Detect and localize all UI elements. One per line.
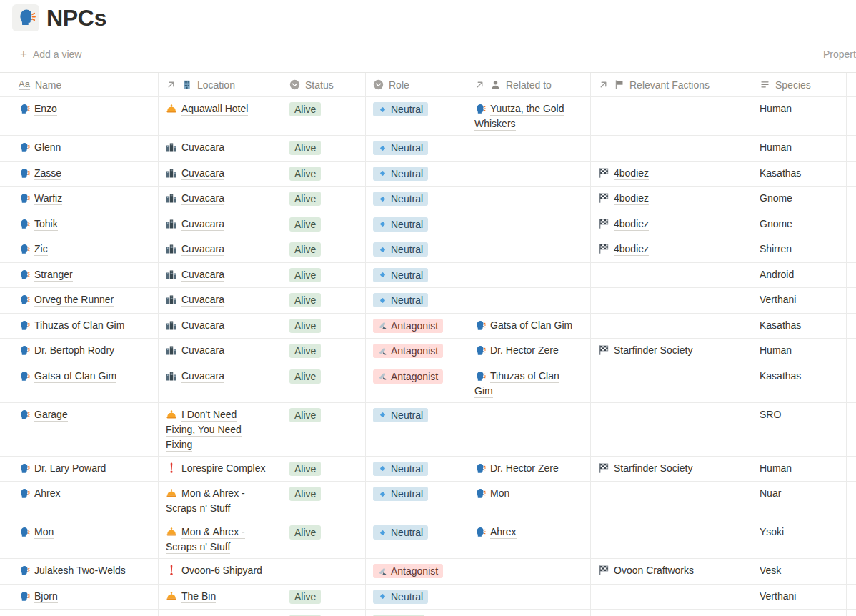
location-link[interactable]: The Bin	[181, 590, 216, 603]
page-link[interactable]: Glenn	[34, 141, 61, 154]
role-pill-neutral[interactable]: Neutral	[373, 590, 428, 604]
cell-status[interactable]: Alive	[282, 364, 366, 402]
location-link[interactable]: Mon & Ahrex - Scraps n' Stuff	[166, 526, 245, 554]
location-link[interactable]: Mon & Ahrex - Scraps n' Stuff	[166, 487, 245, 515]
cell-location[interactable]: Cuvacara	[159, 212, 282, 237]
cell-status[interactable]: Alive	[282, 162, 366, 187]
column-header-relevant-factions[interactable]: Relevant Factions	[591, 73, 752, 96]
cell-location[interactable]: Lorespire Complex	[159, 457, 282, 482]
role-pill-antagonist[interactable]: Antagonist	[373, 564, 443, 578]
cell-status[interactable]: Alive	[282, 187, 366, 212]
role-pill-antagonist[interactable]: Antagonist	[373, 369, 443, 384]
cell-name[interactable]: Warfiz	[0, 187, 159, 212]
cell-species[interactable]: Shirren	[752, 237, 847, 262]
cell-related-to[interactable]	[467, 288, 591, 313]
cell-species[interactable]: SRO	[752, 403, 847, 456]
cell-location[interactable]: Mon & Ahrex - Scraps n' Stuff	[159, 482, 282, 520]
page-link[interactable]: Warfiz	[34, 192, 62, 205]
page-title[interactable]: NPCs	[46, 4, 106, 31]
cell-status[interactable]: Alive	[282, 212, 366, 237]
location-link[interactable]: Cuvacara	[181, 167, 224, 180]
cell-related-to[interactable]: Dr. Hector Zere	[467, 457, 591, 482]
cell-role[interactable]: Antagonist	[366, 559, 467, 584]
add-view-button[interactable]: + Add a view	[20, 49, 81, 60]
cell-status[interactable]: Alive	[282, 610, 366, 616]
cell-location[interactable]: Cuvacara	[159, 162, 282, 187]
cell-status[interactable]: Alive	[282, 237, 366, 262]
cell-name[interactable]: Zasse	[0, 162, 159, 187]
column-header-related-to[interactable]: Related to	[467, 73, 591, 96]
cell-species[interactable]: Vesk	[752, 559, 847, 584]
cell-role[interactable]: Neutral	[366, 482, 467, 520]
cell-status[interactable]: Alive	[282, 403, 366, 456]
page-link[interactable]: Julakesh Two-Welds	[34, 565, 126, 577]
location-link[interactable]: Cuvacara	[181, 218, 224, 231]
cell-role[interactable]: Antagonist	[366, 364, 467, 402]
status-pill-alive[interactable]: Alive	[289, 217, 321, 232]
role-pill-neutral[interactable]: Neutral	[373, 408, 428, 422]
cell-relevant-factions[interactable]	[591, 97, 752, 135]
page-icon[interactable]	[12, 4, 39, 31]
cell-name[interactable]: Dr. Bertoph Rodry	[0, 339, 159, 364]
faction-page-link[interactable]: Starfinder Society	[614, 462, 693, 475]
page-link[interactable]: Gatsa of Clan Gim	[34, 370, 116, 383]
cell-related-to[interactable]: Mon	[467, 482, 591, 520]
location-link[interactable]: Cuvacara	[181, 370, 224, 383]
status-pill-alive[interactable]: Alive	[289, 242, 321, 257]
cell-related-to[interactable]	[467, 610, 591, 616]
cell-species[interactable]: Android	[752, 263, 847, 288]
location-link[interactable]: Cuvacara	[181, 192, 224, 205]
cell-species[interactable]: Kasathas	[752, 364, 847, 402]
cell-relevant-factions[interactable]: 4bodiez	[591, 212, 752, 237]
status-pill-alive[interactable]: Alive	[289, 192, 321, 206]
cell-related-to[interactable]	[467, 237, 591, 262]
cell-relevant-factions[interactable]: 4bodiez	[591, 187, 752, 212]
cell-name[interactable]: Zic	[0, 237, 159, 262]
page-link[interactable]: Enzo	[34, 103, 57, 116]
cell-status[interactable]: Alive	[282, 585, 366, 610]
role-pill-neutral[interactable]: Neutral	[373, 487, 428, 501]
cell-relevant-factions[interactable]	[591, 610, 752, 616]
cell-name[interactable]: Ahrex	[0, 482, 159, 520]
cell-relevant-factions[interactable]	[591, 482, 752, 520]
cell-location[interactable]: Mon & Ahrex - Scraps n' Stuff	[159, 520, 282, 558]
cell-status[interactable]: Alive	[282, 288, 366, 313]
cell-relevant-factions[interactable]	[591, 263, 752, 288]
cell-role[interactable]: Neutral	[366, 162, 467, 187]
cell-related-to[interactable]: Gatsa of Clan Gim	[467, 314, 591, 339]
page-link[interactable]: Mon	[34, 526, 54, 539]
cell-species[interactable]: Human	[752, 339, 847, 364]
cell-location[interactable]: Cuvacara	[159, 314, 282, 339]
cell-location[interactable]: The Crosslanes	[159, 610, 282, 616]
location-link[interactable]: Aquawall Hotel	[181, 103, 248, 116]
cell-status[interactable]: Alive	[282, 520, 366, 558]
related-page-link[interactable]: Dr. Hector Zere	[490, 462, 559, 475]
cell-role[interactable]: Friend	[366, 610, 467, 616]
faction-page-link[interactable]: 4bodiez	[614, 192, 649, 205]
cell-status[interactable]: Alive	[282, 339, 366, 364]
cell-location[interactable]: Ovoon-6 Shipyard	[159, 559, 282, 584]
cell-related-to[interactable]: Ahrex	[467, 520, 591, 558]
cell-related-to[interactable]	[467, 263, 591, 288]
role-pill-neutral[interactable]: Neutral	[373, 102, 428, 116]
cell-species[interactable]: Kasathas	[752, 162, 847, 187]
status-pill-alive[interactable]: Alive	[289, 102, 321, 116]
cell-related-to[interactable]: Yuutza, the Gold Whiskers	[467, 97, 591, 135]
cell-status[interactable]: Alive	[282, 136, 366, 161]
cell-relevant-factions[interactable]: Starfinder Society	[591, 457, 752, 482]
role-pill-neutral[interactable]: Neutral	[373, 167, 428, 181]
cell-species[interactable]: Kasathas	[752, 314, 847, 339]
cell-species[interactable]: Verthani	[752, 585, 847, 610]
cell-location[interactable]: Cuvacara	[159, 136, 282, 161]
faction-page-link[interactable]: Ovoon Craftworks	[614, 565, 694, 577]
page-link[interactable]: Tihuzas of Clan Gim	[34, 319, 124, 332]
cell-relevant-factions[interactable]	[591, 403, 752, 456]
status-pill-alive[interactable]: Alive	[289, 590, 321, 604]
faction-page-link[interactable]: 4bodiez	[614, 243, 649, 256]
cell-location[interactable]: Cuvacara	[159, 187, 282, 212]
cell-relevant-factions[interactable]: Starfinder Society	[591, 339, 752, 364]
cell-name[interactable]: Dr. Lary Poward	[0, 457, 159, 482]
page-link[interactable]: Zasse	[34, 167, 61, 180]
cell-name[interactable]: Mon	[0, 520, 159, 558]
cell-related-to[interactable]	[467, 136, 591, 161]
